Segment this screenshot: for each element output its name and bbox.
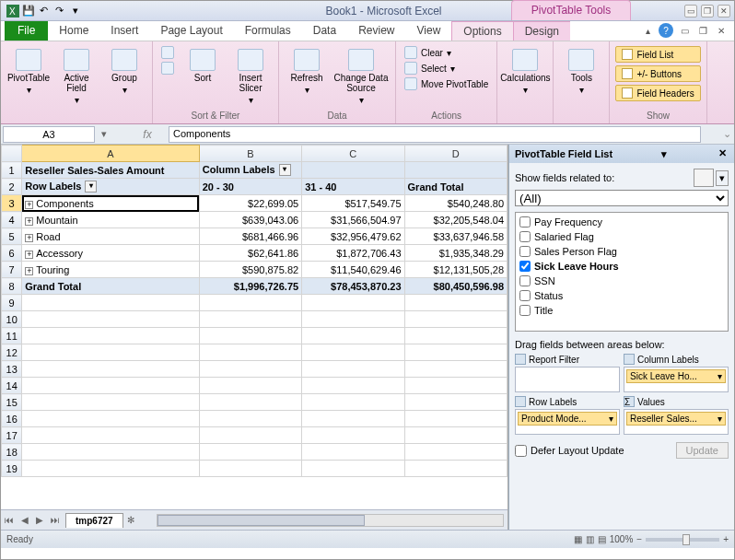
zoom-slider[interactable]	[646, 538, 719, 542]
spreadsheet-grid[interactable]: A B C D 1Reseller Sales-Sales AmountColu…	[1, 145, 508, 477]
field-checkbox[interactable]	[519, 305, 531, 316]
horizontal-scrollbar[interactable]	[157, 514, 504, 527]
plusminus-toggle[interactable]: +/- Buttons	[615, 65, 700, 82]
zoom-in-icon[interactable]: +	[723, 534, 729, 544]
update-button[interactable]: Update	[676, 442, 729, 459]
formula-bar[interactable]: Components	[169, 126, 701, 143]
col-header-c[interactable]: C	[302, 146, 404, 162]
field-item[interactable]: Title	[518, 303, 726, 318]
values-area[interactable]: Reseller Sales...▾	[624, 409, 729, 435]
close-icon[interactable]: ✕	[718, 5, 730, 18]
sheet-last-icon[interactable]: ⏭	[47, 515, 64, 525]
view-break-icon[interactable]: ▤	[598, 534, 606, 544]
change-data-source-button[interactable]: Change Data Source▾	[332, 43, 390, 105]
zoom-out-icon[interactable]: −	[636, 534, 642, 544]
name-box-dropdown[interactable]: ▾	[97, 128, 111, 140]
row-header[interactable]: 1	[2, 162, 22, 179]
sort-za-button[interactable]	[158, 61, 177, 76]
wb-close-icon[interactable]: ✕	[714, 23, 729, 38]
field-checkbox[interactable]	[519, 261, 531, 272]
chip-sick-leave[interactable]: Sick Leave Ho...▾	[626, 369, 726, 383]
field-item[interactable]: SSN	[518, 274, 726, 288]
zoom-level[interactable]: 100%	[610, 534, 634, 544]
wb-restore-icon[interactable]: ❐	[695, 23, 710, 38]
panel-close-icon[interactable]: ✕	[716, 147, 729, 160]
minimize-ribbon-icon[interactable]: ▴	[640, 23, 655, 38]
select-all-corner[interactable]	[2, 146, 22, 162]
move-pivottable-button[interactable]: Move PivotTable	[402, 76, 491, 91]
col-header-d[interactable]: D	[404, 146, 507, 162]
cell[interactable]: Reseller Sales-Sales Amount	[22, 162, 199, 179]
tab-design[interactable]: Design	[514, 21, 570, 41]
report-filter-area[interactable]	[515, 367, 620, 392]
file-tab[interactable]: File	[5, 21, 48, 41]
column-labels-area[interactable]: Sick Leave Ho...▾	[624, 367, 729, 392]
cell[interactable]: Row Labels▾	[22, 179, 199, 195]
field-list-toggle[interactable]: Field List	[615, 46, 700, 63]
field-list[interactable]: Pay FrequencySalaried FlagSales Person F…	[515, 212, 729, 332]
field-item[interactable]: Status	[518, 288, 726, 303]
field-checkbox[interactable]	[519, 246, 531, 257]
expand-icon[interactable]: +	[25, 217, 33, 226]
tab-view[interactable]: View	[406, 21, 452, 41]
sort-button[interactable]: Sort	[181, 43, 225, 83]
sheet-next-icon[interactable]: ▶	[32, 515, 47, 525]
pivottable-button[interactable]: PivotTable▾	[6, 43, 51, 95]
defer-checkbox[interactable]	[515, 445, 527, 457]
clear-button[interactable]: Clear ▾	[402, 45, 491, 60]
panel-dropdown-icon[interactable]: ▾	[661, 148, 667, 160]
column-labels-filter[interactable]: ▾	[279, 164, 291, 176]
field-checkbox[interactable]	[519, 275, 531, 286]
fx-icon[interactable]: fx	[126, 128, 169, 141]
tab-options[interactable]: Options	[451, 21, 513, 41]
tools-button[interactable]: Tools▾	[559, 43, 603, 95]
field-item[interactable]: Salaried Flag	[518, 229, 726, 244]
view-layout-icon[interactable]: ▥	[586, 534, 594, 544]
undo-icon[interactable]: ↶	[36, 3, 52, 18]
row-labels-area[interactable]: Product Mode...▾	[515, 409, 620, 435]
expand-formula-bar[interactable]: ⌄	[719, 128, 734, 140]
related-select[interactable]: (All)	[515, 190, 729, 206]
field-item[interactable]: Pay Frequency	[518, 215, 726, 229]
refresh-button[interactable]: Refresh▾	[285, 43, 329, 95]
tab-insert[interactable]: Insert	[99, 21, 149, 41]
cell-a3[interactable]: +Components	[22, 195, 199, 212]
col-header-b[interactable]: B	[199, 146, 301, 162]
tab-data[interactable]: Data	[302, 21, 347, 41]
sort-az-button[interactable]	[158, 45, 177, 60]
layout-button[interactable]	[694, 169, 714, 187]
sheet-prev-icon[interactable]: ◀	[18, 515, 32, 525]
field-item[interactable]: Sales Person Flag	[518, 244, 726, 259]
tab-review[interactable]: Review	[347, 21, 405, 41]
insert-slicer-button[interactable]: Insert Slicer▾	[228, 43, 273, 105]
expand-icon[interactable]: +	[25, 251, 33, 259]
field-item[interactable]: Sick Leave Hours	[518, 259, 726, 274]
chip-reseller-sales[interactable]: Reseller Sales...▾	[626, 412, 726, 426]
expand-icon[interactable]: +	[25, 201, 33, 209]
minimize-icon[interactable]: ▭	[684, 5, 697, 18]
redo-icon[interactable]: ↷	[52, 3, 67, 18]
cell[interactable]: Column Labels▾	[199, 162, 301, 179]
row-labels-filter[interactable]: ▾	[85, 181, 97, 192]
calculations-button[interactable]: Calculations▾	[503, 43, 547, 95]
restore-icon[interactable]: ❐	[701, 5, 714, 18]
chip-product-model[interactable]: Product Mode...▾	[518, 412, 617, 426]
group-button[interactable]: Group▾	[102, 43, 146, 95]
expand-icon[interactable]: +	[25, 267, 33, 275]
sheet-first-icon[interactable]: ⏮	[1, 515, 18, 525]
row-header[interactable]: 3	[2, 195, 22, 212]
qat-customize-icon[interactable]: ▾	[67, 3, 83, 18]
row-header[interactable]: 2	[2, 179, 22, 195]
tab-page-layout[interactable]: Page Layout	[149, 21, 233, 41]
active-field-button[interactable]: Active Field▾	[54, 43, 99, 105]
field-checkbox[interactable]	[519, 290, 531, 301]
field-checkbox[interactable]	[519, 231, 531, 242]
sheet-tab[interactable]: tmp6727	[65, 513, 123, 528]
tab-formulas[interactable]: Formulas	[234, 21, 302, 41]
name-box[interactable]: A3	[3, 126, 95, 143]
expand-icon[interactable]: +	[25, 234, 33, 242]
help-icon[interactable]: ?	[659, 23, 673, 38]
col-header-a[interactable]: A	[22, 146, 199, 162]
view-normal-icon[interactable]: ▦	[574, 534, 582, 544]
tab-home[interactable]: Home	[48, 21, 99, 41]
